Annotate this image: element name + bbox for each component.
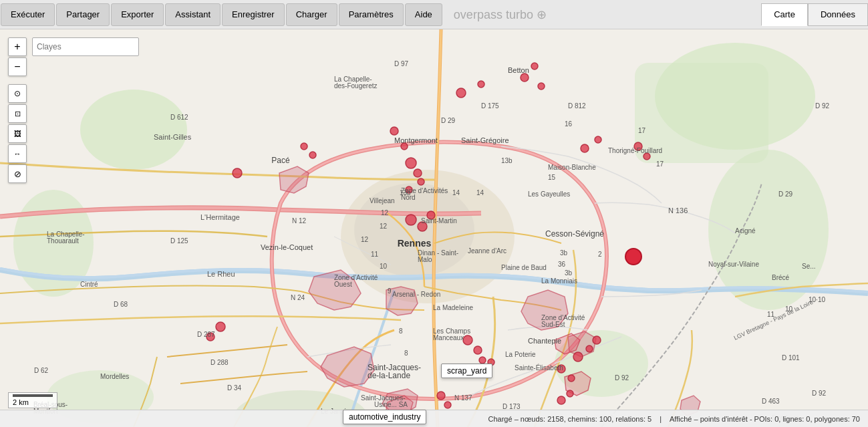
svg-point-43 [643,153,650,160]
svg-point-28 [595,136,601,143]
svg-marker-12 [386,287,418,315]
svg-point-42 [634,142,642,150]
view-tabs: Carte Données [761,3,868,26]
assistant-button[interactable]: Assistant [165,3,221,26]
partager-button[interactable]: Partager [56,3,110,26]
tab-donnees[interactable]: Données [808,3,868,26]
status-bar: Chargé – nœuds: 2158, chemins: 100, rela… [0,410,868,427]
toolbar: Exécuter Partager Exporter Assistant Enr… [0,0,868,29]
executer-button[interactable]: Exécuter [1,3,55,26]
svg-point-34 [406,186,412,193]
svg-point-29 [390,127,398,135]
svg-point-1 [80,90,187,170]
svg-point-36 [301,143,307,150]
app-title: overpass turbo ⊕ [454,7,761,22]
svg-point-58 [216,322,225,331]
svg-point-25 [531,63,538,69]
svg-point-23 [478,81,484,88]
map-background [0,29,868,427]
zoom-in-button[interactable]: + [8,37,27,56]
geolocate-button[interactable]: ⊙ [8,84,27,103]
svg-point-57 [567,390,573,397]
svg-point-56 [557,396,565,404]
svg-point-45 [474,346,482,354]
svg-point-37 [309,152,316,158]
svg-rect-6 [635,63,768,163]
svg-point-54 [437,392,445,400]
automotive-industry-tooltip: automotive_industry [343,410,426,424]
svg-point-32 [414,169,422,177]
svg-point-52 [557,365,565,373]
status-separator: | [660,415,662,423]
aide-button[interactable]: Aide [405,3,442,26]
image-button[interactable]: 🖼 [8,124,27,143]
enregistrer-button[interactable]: Enregistrer [222,3,285,26]
svg-point-46 [479,357,486,364]
svg-point-50 [586,345,593,352]
map-search-input[interactable] [32,37,139,56]
svg-point-31 [406,158,416,168]
map-search-container [32,37,139,56]
tab-carte[interactable]: Carte [761,3,808,26]
zoom-extent-button[interactable]: ⊡ [8,104,27,123]
svg-point-53 [568,375,575,382]
svg-point-24 [521,74,529,82]
svg-point-41 [625,249,641,265]
map-container[interactable]: + − ⊙ ⊡ 🖼 ↔ ⊘ Rennes Cesson-Sévigné Pacé… [0,29,868,427]
svg-point-10 [354,183,474,277]
svg-point-30 [401,143,408,150]
loaded-status: Chargé – nœuds: 2158, chemins: 100, rela… [488,415,652,423]
svg-point-27 [581,144,589,152]
svg-point-38 [406,215,416,225]
zoom-out-button[interactable]: − [8,57,27,76]
scale-bar: 2 km [8,392,57,408]
svg-point-44 [463,335,472,345]
svg-point-51 [593,336,601,344]
svg-point-55 [444,402,451,408]
svg-point-22 [456,88,466,98]
svg-point-39 [418,222,427,231]
displayed-status: Affiché – points d'intérêt - POIs: 0, li… [670,415,860,423]
query-area-button[interactable]: ↔ [8,144,27,163]
svg-point-59 [206,333,214,341]
scrap-yard-tooltip: scrap_yard [441,364,492,378]
disable-button[interactable]: ⊘ [8,164,27,183]
charger-button[interactable]: Charger [286,3,337,26]
parametres-button[interactable]: Paramètres [339,3,404,26]
svg-point-35 [233,168,242,178]
svg-point-26 [538,83,545,90]
map-controls: + − ⊙ ⊡ 🖼 ↔ ⊘ [8,37,27,183]
svg-point-49 [573,352,583,362]
svg-point-33 [418,178,424,185]
svg-point-40 [427,211,435,219]
exporter-button[interactable]: Exporter [111,3,164,26]
